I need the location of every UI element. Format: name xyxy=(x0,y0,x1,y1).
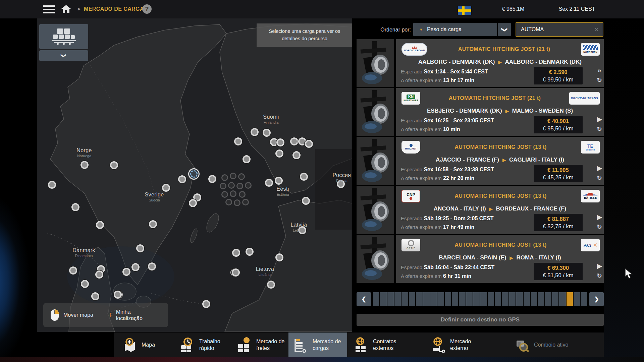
country-label: LietuvaLituânia xyxy=(256,266,274,277)
page-block[interactable] xyxy=(509,292,516,306)
pagination: ❮ ❯ xyxy=(357,292,604,306)
sort-dropdown-button[interactable]: ❯ xyxy=(498,23,511,36)
expand-offer-icon[interactable]: ▶ xyxy=(593,214,605,220)
help-icon[interactable]: ? xyxy=(142,4,152,14)
recipient-logo: ACI xyxy=(581,239,600,251)
cargo-title: AUTOMATIC HITCHING JOST (13 t) xyxy=(420,144,581,150)
cargo-schedule: Esperado Sex 1:34 - Sex 5:44 CEST A ofer… xyxy=(401,67,488,85)
expand-offer-icon[interactable]: ▶ xyxy=(593,165,605,171)
page-block[interactable] xyxy=(409,292,415,306)
trailer-icon xyxy=(50,28,77,45)
page-block[interactable] xyxy=(473,292,480,306)
page-block[interactable] xyxy=(531,292,537,306)
page-block[interactable] xyxy=(552,292,558,306)
page-block[interactable] xyxy=(466,292,473,306)
page-block[interactable] xyxy=(581,292,587,306)
page-block[interactable] xyxy=(423,292,430,306)
page-block[interactable] xyxy=(524,292,530,306)
cargo-rate: € 99,50 / km xyxy=(543,76,574,83)
company-logo: ORTIZ xyxy=(401,239,420,251)
country-label: EestiEstônia xyxy=(276,186,289,196)
page-block[interactable] xyxy=(394,292,401,306)
sort-selected-value: Peso da carga xyxy=(427,26,462,33)
cargo-schedule: Esperado Sáb 19:25 - Dom 2:05 CEST A ofe… xyxy=(401,214,493,232)
company-logo: CNP xyxy=(401,190,420,202)
world-map[interactable]: NorgeNoruegaSverigeSuéciaSuomiFinlândiaE… xyxy=(37,18,352,332)
tab-mercado-de-cargas[interactable]: Mercado de cargas xyxy=(288,333,347,357)
cargo-offer-row[interactable]: KNKONSTNORR AUTOMATIC HITCHING JOST (21 … xyxy=(357,88,604,136)
trailer-filter-button[interactable] xyxy=(39,24,88,49)
page-block[interactable] xyxy=(373,292,379,306)
cargo-route: ESBJERG - DENMARK (DK)▶MALMÖ - SWEDEN (S… xyxy=(396,108,604,114)
cargo-thumbnail xyxy=(357,88,394,136)
expand-offer-icon[interactable]: » xyxy=(593,67,605,73)
tab-mercado-de-fretes[interactable]: Mercado de fretes xyxy=(232,333,291,357)
map-hint-message: Selecione uma carga para ver os detalhes… xyxy=(257,23,352,47)
collapse-filter-button[interactable]: ❯ xyxy=(39,50,88,61)
turnaround-icon[interactable]: ↻ xyxy=(593,76,605,84)
cargo-offer-row[interactable]: CNP AUTOMATIC HITCHING JOST (13 t) BÂTIS… xyxy=(357,186,604,234)
cargo-schedule: Esperado Sáb 16:04 - Sáb 22:44 CEST A of… xyxy=(401,263,494,281)
clear-search-icon[interactable]: ✕ xyxy=(590,26,603,33)
menu-icon[interactable] xyxy=(43,5,55,13)
page-block[interactable] xyxy=(538,292,544,306)
page-block[interactable] xyxy=(401,292,408,306)
cargo-details: ORTIZ AUTOMATIC HITCHING JOST (13 t) ACI… xyxy=(396,235,604,283)
cargo-price: € 40.901 xyxy=(547,117,569,125)
tab-mapa[interactable]: Mapa xyxy=(117,333,176,357)
page-block[interactable] xyxy=(574,292,580,306)
price-box: € 11.905 € 45,25 / km xyxy=(534,165,583,182)
sort-marker-icon: ▼ xyxy=(419,27,423,32)
tab-mercado-externo[interactable]: Mercado externo xyxy=(426,333,485,357)
cargo-offer-row[interactable]: HUILANT AUTOMATIC HITCHING JOST (13 t) T… xyxy=(357,137,604,185)
page-block[interactable] xyxy=(516,292,523,306)
page-block[interactable] xyxy=(459,292,465,306)
company-logo: KNKONSTNORR xyxy=(401,92,420,105)
page-block-active[interactable] xyxy=(567,292,573,306)
tab-contratos-externos[interactable]: Contratos externos xyxy=(349,333,408,357)
page-block[interactable] xyxy=(502,292,508,306)
turnaround-icon[interactable]: ↻ xyxy=(593,125,605,133)
page-block[interactable] xyxy=(445,292,451,306)
background-scene-strip xyxy=(0,357,644,362)
turnaround-icon[interactable]: ↻ xyxy=(593,272,605,280)
home-icon[interactable] xyxy=(61,5,71,15)
cargo-title: AUTOMATIC HITCHING JOST (13 t) xyxy=(420,242,581,248)
page-block[interactable] xyxy=(416,292,422,306)
company-logo: NORDIC CROWN xyxy=(401,43,427,56)
location-hotkey: F xyxy=(109,312,113,318)
country-label: SverigeSuécia xyxy=(145,192,164,202)
page-block[interactable] xyxy=(495,292,501,306)
company-logo: HUILANT xyxy=(401,141,420,154)
next-page-button[interactable]: ❯ xyxy=(589,292,604,306)
background-scene xyxy=(604,18,644,357)
tab-trabalho-rapido[interactable]: Trabalho rápido xyxy=(175,333,234,357)
expand-offer-icon[interactable]: ▶ xyxy=(593,116,605,122)
page-block[interactable] xyxy=(452,292,458,306)
prev-page-button[interactable]: ❮ xyxy=(357,292,371,306)
page-block[interactable] xyxy=(559,292,566,306)
cargo-route: ANCONA - ITALY (I)▶BORDEAUX - FRANCE (F) xyxy=(396,205,604,212)
sort-dropdown[interactable]: ▼ Peso da carga xyxy=(413,23,497,36)
page-block[interactable] xyxy=(488,292,494,306)
page-block[interactable] xyxy=(545,292,551,306)
expand-offer-icon[interactable]: ▶ xyxy=(593,263,605,269)
page-block[interactable] xyxy=(387,292,394,306)
recipient-logo: DREKKAR TRANS xyxy=(569,92,600,105)
cargo-market-panel: Ordenar por: ▼ Peso da carga ❯ ✕ NORDIC … xyxy=(356,18,604,332)
search-input[interactable] xyxy=(516,26,590,33)
set-gps-destination-button[interactable]: Definir como destino no GPS xyxy=(357,314,604,326)
recipient-logo: BÂTISSE xyxy=(581,190,600,202)
cargo-offer-row[interactable]: ORTIZ AUTOMATIC HITCHING JOST (13 t) ACI… xyxy=(357,235,604,283)
page-block[interactable] xyxy=(437,292,444,306)
cargo-offer-row[interactable]: NORDIC CROWN AUTOMATIC HITCHING JOST (21… xyxy=(357,39,604,87)
page-block[interactable] xyxy=(480,292,487,306)
page-block[interactable] xyxy=(380,292,386,306)
recipient-logo: NORRSKEN xyxy=(581,43,600,56)
page-block[interactable] xyxy=(430,292,437,306)
route-arrow-icon: ▶ xyxy=(498,60,502,65)
cargo-thumbnail xyxy=(357,235,394,283)
turnaround-icon[interactable]: ↻ xyxy=(593,223,605,231)
turnaround-icon[interactable]: ↻ xyxy=(593,174,605,182)
tab-comboio-ativo[interactable]: Comboio ativo xyxy=(510,333,569,357)
